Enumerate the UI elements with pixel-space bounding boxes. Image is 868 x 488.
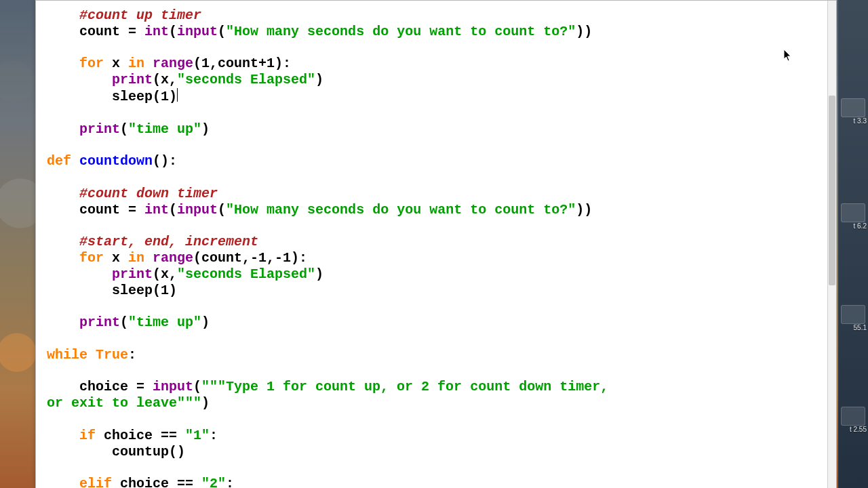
- code-content[interactable]: #count up timer count = int(input("How m…: [47, 1, 828, 488]
- screenshot-thumbnail[interactable]: [841, 407, 865, 426]
- vertical-scrollbar[interactable]: [827, 1, 836, 488]
- text-caret: [177, 88, 178, 102]
- screenshot-thumbnail[interactable]: [841, 98, 865, 117]
- desktop-background: #count up timer count = int(input("How m…: [0, 0, 868, 488]
- screenshot-thumbnail-label: t 2.55: [840, 426, 867, 433]
- screenshot-thumbnail-label: 55.1: [840, 324, 867, 331]
- screenshot-thumbnail[interactable]: [841, 305, 865, 324]
- code-editor-window: #count up timer count = int(input("How m…: [35, 0, 837, 488]
- screenshot-thumbnail-label: t 6.2: [840, 222, 867, 230]
- screenshot-thumbnail-label: t 3.3: [840, 117, 867, 125]
- code-area[interactable]: #count up timer count = int(input("How m…: [36, 1, 828, 488]
- scrollbar-thumb[interactable]: [829, 96, 835, 285]
- screenshot-thumbnail[interactable]: [841, 203, 865, 222]
- desktop-right-strip: t 3.3t 6.255.1t 2.55: [838, 0, 868, 488]
